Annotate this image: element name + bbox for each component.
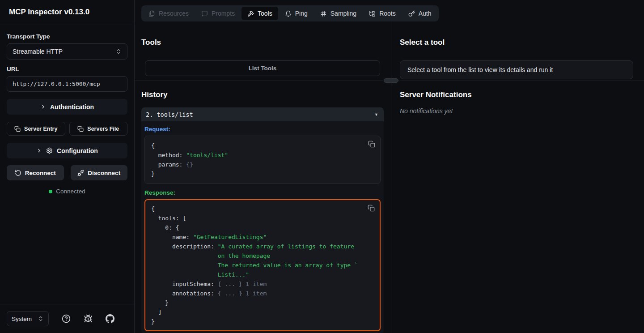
history-entry: 2. tools/list ▼ Request: { method: "tool… [141, 107, 384, 333]
copy-icon [14, 126, 21, 132]
collapse-chevron-icon[interactable]: ▼ [374, 112, 378, 117]
tab-label: Ping [295, 10, 308, 17]
transport-type-select[interactable]: Streamable HTTP [7, 43, 127, 60]
rotate-ccw-icon [15, 170, 21, 176]
url-value: http://127.0.0.1:5000/mcp [13, 81, 100, 87]
notifications-title: Server Notifications [400, 90, 633, 99]
copy-icon [77, 126, 84, 132]
top-pane: Tools List Tools Select a tool Select a … [135, 21, 644, 81]
copy-response-button[interactable] [368, 205, 375, 212]
response-code: { tools: [ 0: { name: "GetFeaturedListin… [151, 204, 374, 326]
url-label: URL [7, 66, 127, 73]
configuration-toggle[interactable]: Configuration [7, 143, 127, 158]
transport-type-value: Streamable HTTP [13, 48, 63, 55]
tool-detail-placeholder: Select a tool from the list to view its … [400, 60, 633, 79]
tab-prompts: Prompts [195, 7, 241, 20]
tab-label: Roots [379, 10, 396, 17]
reconnect-button[interactable]: Reconnect [7, 165, 64, 180]
folder-tree-icon [369, 10, 376, 17]
history-panel: History 2. tools/list ▼ Request: { metho… [135, 81, 391, 333]
main-area: ResourcesPromptsToolsPingSamplingRootsAu… [135, 0, 644, 333]
copy-icon [368, 205, 375, 212]
tab-label: Sampling [330, 10, 356, 17]
copy-request-button[interactable] [368, 141, 375, 148]
response-label: Response: [144, 189, 381, 196]
connection-status: Connected [7, 188, 127, 195]
history-entry-body: Request: { method: "tools/list" params: … [141, 121, 384, 333]
reconnect-label: Reconnect [25, 170, 56, 176]
server-entry-button[interactable]: Server Entry [7, 122, 65, 136]
tool-detail-panel: Select a tool Select a tool from the lis… [391, 21, 644, 81]
disconnect-label: Disconnect [88, 170, 120, 176]
theme-select[interactable]: System [7, 311, 49, 326]
notifications-empty: No notifications yet [400, 107, 633, 115]
history-title: History [141, 90, 384, 99]
transport-type-label: Transport Type [7, 33, 127, 40]
footer-icons [49, 314, 127, 323]
servers-file-button[interactable]: Servers File [69, 122, 128, 136]
tab-label: Resources [159, 10, 189, 17]
sidebar-footer: System [0, 304, 134, 333]
servers-file-label: Servers File [87, 126, 119, 132]
nav-tabs: ResourcesPromptsToolsPingSamplingRootsAu… [141, 5, 439, 21]
bug-icon [84, 314, 93, 323]
request-code-block: { method: "tools/list" params: {}} [144, 136, 381, 184]
tab-label: Auth [419, 10, 432, 17]
list-tools-button[interactable]: List Tools [145, 60, 380, 76]
url-input[interactable]: http://127.0.0.1:5000/mcp [7, 76, 127, 92]
tool-detail-title: Select a tool [400, 38, 633, 47]
response-code-block: { tools: [ 0: { name: "GetFeaturedListin… [144, 199, 381, 331]
connection-buttons-row: Reconnect Disconnect [7, 165, 127, 180]
tab-label: Prompts [212, 10, 235, 17]
tab-roots[interactable]: Roots [363, 7, 402, 20]
gear-icon [46, 147, 53, 154]
hash-icon [320, 10, 327, 17]
configuration-label: Configuration [57, 147, 98, 154]
sidebar-body: Transport Type Streamable HTTP URL http:… [0, 23, 134, 304]
request-code: { method: "tools/list" params: {}} [151, 141, 374, 179]
sidebar-header: MCP Inspector v0.13.0 [0, 0, 134, 23]
app-title: MCP Inspector v0.13.0 [9, 8, 125, 17]
connected-dot-icon [49, 190, 52, 193]
tab-resources: Resources [143, 7, 195, 20]
help-circle-icon [62, 314, 71, 323]
tools-panel: Tools List Tools [135, 21, 391, 81]
connection-status-label: Connected [56, 188, 85, 195]
bell-icon [285, 10, 292, 17]
app-root: MCP Inspector v0.13.0 Transport Type Str… [0, 0, 644, 333]
splitter-grip[interactable] [384, 78, 398, 83]
message-square-icon [201, 10, 208, 17]
help-button[interactable] [62, 314, 71, 323]
tab-tools[interactable]: Tools [242, 7, 278, 20]
key-icon [408, 10, 415, 17]
github-button[interactable] [106, 314, 114, 323]
hammer-icon [247, 10, 254, 17]
server-buttons-row: Server Entry Servers File [7, 122, 127, 136]
copy-icon [368, 141, 375, 148]
tab-auth[interactable]: Auth [402, 7, 437, 20]
github-icon [106, 314, 114, 323]
chevron-right-icon [36, 148, 42, 154]
pane-splitter[interactable] [135, 81, 644, 81]
chevrons-up-down-icon [38, 316, 44, 322]
tab-ping[interactable]: Ping [279, 7, 314, 20]
history-entry-label: 2. tools/list [146, 111, 193, 118]
authentication-toggle[interactable]: Authentication [7, 99, 127, 115]
sidebar: MCP Inspector v0.13.0 Transport Type Str… [0, 0, 135, 333]
tab-sampling[interactable]: Sampling [314, 7, 362, 20]
disconnect-button[interactable]: Disconnect [71, 165, 128, 180]
chevron-right-icon [40, 104, 46, 110]
bug-report-button[interactable] [84, 314, 93, 323]
history-entry-header[interactable]: 2. tools/list ▼ [141, 107, 384, 121]
tab-label: Tools [258, 10, 272, 17]
unplug-icon [77, 170, 84, 176]
files-icon [148, 10, 155, 17]
notifications-panel: Server Notifications No notifications ye… [391, 81, 644, 333]
chevrons-up-down-icon [115, 48, 122, 55]
theme-value: System [12, 316, 32, 322]
tools-panel-title: Tools [141, 38, 384, 47]
server-entry-label: Server Entry [24, 126, 57, 132]
request-label: Request: [144, 125, 381, 133]
tool-detail-placeholder-text: Select a tool from the list to view its … [407, 66, 553, 73]
topbar: ResourcesPromptsToolsPingSamplingRootsAu… [135, 0, 644, 21]
